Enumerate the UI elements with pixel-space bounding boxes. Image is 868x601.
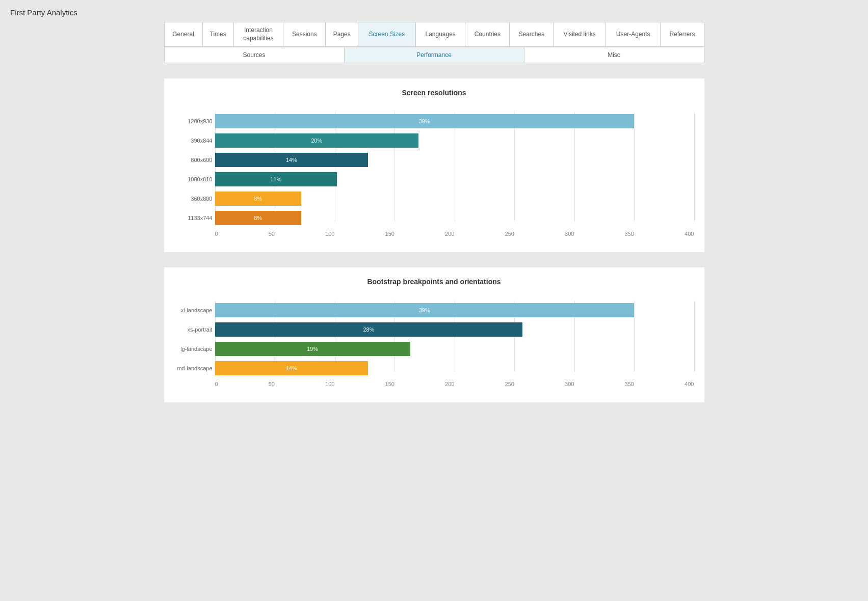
- bar-row-390x844: 390x844 20%: [215, 131, 694, 150]
- bar-fill-1280x930: 39%: [215, 114, 635, 128]
- screen-resolutions-title: Screen resolutions: [174, 89, 694, 97]
- bar-row-1280x930: 1280x930 39%: [215, 112, 694, 130]
- bar-label-1080x810: 1080x810: [172, 176, 213, 182]
- bar-fill-xl-landscape: 39%: [215, 303, 635, 317]
- chart-area-resolutions: 1280x930 39% 390x844 20%: [215, 112, 694, 237]
- bar-label-xs-portrait: xs-portrait: [172, 326, 213, 333]
- bar-fill-1080x810: 11%: [215, 172, 337, 186]
- bootstrap-bars: xl-landscape 39% xs-portrait 28%: [215, 301, 694, 377]
- tab-visited-links[interactable]: Visited links: [554, 22, 606, 47]
- bar-fill-800x600: 14%: [215, 153, 369, 167]
- tab-general[interactable]: General: [164, 22, 202, 47]
- chart-area-bootstrap: xl-landscape 39% xs-portrait 28%: [215, 301, 694, 387]
- tab-countries[interactable]: Countries: [465, 22, 510, 47]
- resolution-bars: 1280x930 39% 390x844 20%: [215, 112, 694, 227]
- bar-fill-lg-landscape: 19%: [215, 342, 410, 356]
- bar-row-360x800: 360x800 8%: [215, 189, 694, 208]
- bar-row-md-landscape: md-landscape 14%: [215, 359, 694, 377]
- bar-fill-xs-portrait: 28%: [215, 322, 523, 337]
- subtab-performance[interactable]: Performance: [344, 47, 524, 63]
- x-axis-resolution: 0 50 100 150 200 250 300 350 400: [215, 228, 694, 237]
- tab-interaction[interactable]: Interaction capabilities: [233, 22, 283, 47]
- bar-label-lg-landscape: lg-landscape: [172, 346, 213, 352]
- tab-user-agents[interactable]: User-Agents: [606, 22, 661, 47]
- subtab-sources[interactable]: Sources: [164, 47, 344, 63]
- sub-nav-tabs: Sources Performance Misc: [164, 47, 704, 63]
- screen-resolutions-chart: Screen resolutions: [164, 78, 704, 252]
- bar-row-1133x744: 1133x744 8%: [215, 209, 694, 227]
- bar-row-lg-landscape: lg-landscape 19%: [215, 340, 694, 358]
- bar-label-360x800: 360x800: [172, 196, 213, 202]
- bootstrap-wrapper: xl-landscape 39% xs-portrait 28%: [174, 301, 694, 387]
- tab-pages[interactable]: Pages: [326, 22, 358, 47]
- bar-label-800x600: 800x600: [172, 157, 213, 163]
- bar-row-xs-portrait: xs-portrait 28%: [215, 320, 694, 339]
- bar-row-1080x810: 1080x810 11%: [215, 170, 694, 188]
- x-axis-bootstrap: 0 50 100 150 200 250 300 350 400: [215, 378, 694, 387]
- bar-fill-md-landscape: 14%: [215, 361, 369, 375]
- tab-screen-sizes[interactable]: Screen Sizes: [358, 22, 415, 47]
- bar-label-1280x930: 1280x930: [172, 118, 213, 124]
- screen-resolutions-wrapper: 1280x930 39% 390x844 20%: [174, 112, 694, 237]
- tab-searches[interactable]: Searches: [510, 22, 554, 47]
- tab-sessions[interactable]: Sessions: [283, 22, 326, 47]
- bootstrap-title: Bootstrap breakpoints and orientations: [174, 278, 694, 286]
- bar-label-md-landscape: md-landscape: [172, 365, 213, 371]
- tab-times[interactable]: Times: [202, 22, 233, 47]
- bar-row-800x600: 800x600 14%: [215, 151, 694, 169]
- bar-label-xl-landscape: xl-landscape: [172, 307, 213, 313]
- page-title: First Party Analytics: [0, 0, 868, 22]
- bar-row-xl-landscape: xl-landscape 39%: [215, 301, 694, 319]
- bar-fill-390x844: 20%: [215, 133, 419, 148]
- tab-referrers[interactable]: Referrers: [661, 22, 704, 47]
- nav-tabs: General Times Interaction capabilities S…: [164, 22, 704, 47]
- bar-fill-1133x744: 8%: [215, 211, 301, 225]
- bar-fill-360x800: 8%: [215, 192, 301, 206]
- subtab-misc[interactable]: Misc: [524, 47, 704, 63]
- tab-languages[interactable]: Languages: [415, 22, 465, 47]
- bar-label-390x844: 390x844: [172, 138, 213, 144]
- bootstrap-chart: Bootstrap breakpoints and orientations: [164, 267, 704, 402]
- bar-label-1133x744: 1133x744: [172, 215, 213, 221]
